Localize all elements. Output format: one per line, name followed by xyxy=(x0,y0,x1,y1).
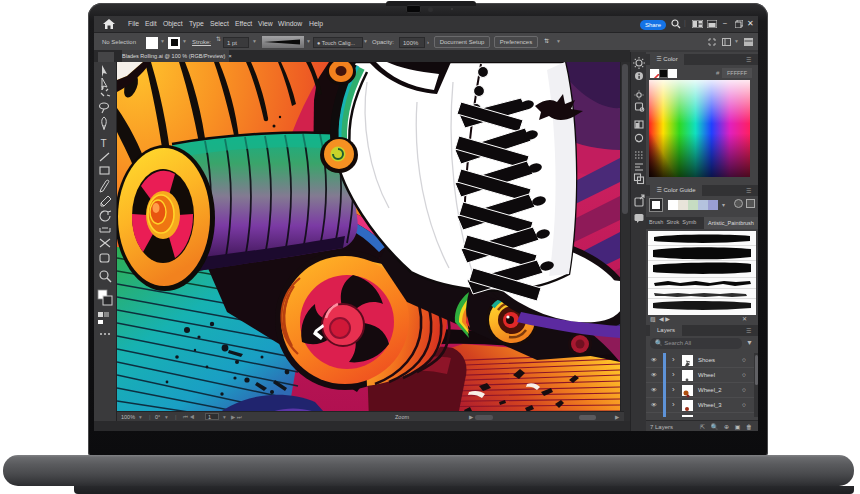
svg-text:T: T xyxy=(101,138,107,149)
